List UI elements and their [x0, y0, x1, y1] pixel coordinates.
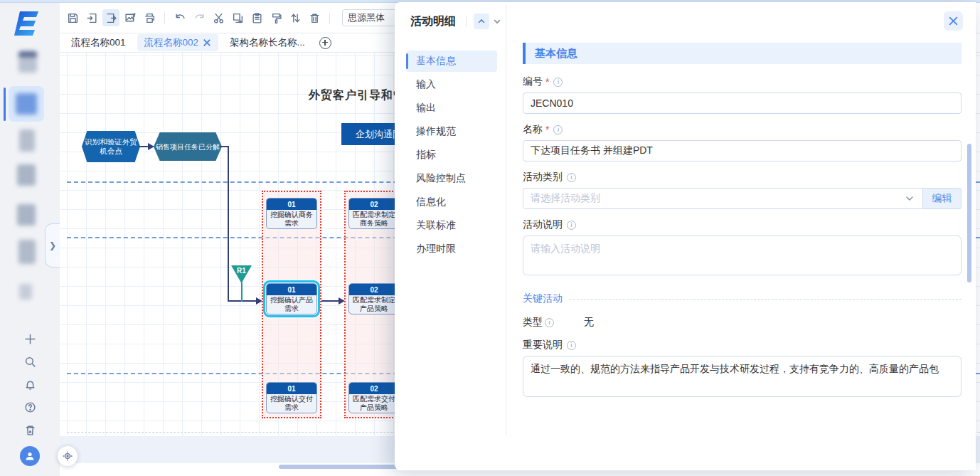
- number-label: 编号*i: [523, 75, 962, 88]
- required-asterisk: *: [545, 124, 549, 135]
- connector-line: [228, 300, 257, 302]
- activity-label: 匹配需求交付 产品策略: [349, 394, 399, 412]
- info-icon[interactable]: i: [545, 318, 554, 327]
- activity-box-02-delivery[interactable]: 02 匹配需求交付 产品策略: [348, 382, 400, 413]
- sidebar-item-2[interactable]: [19, 129, 35, 152]
- help-button[interactable]: [22, 399, 38, 415]
- nav-processing-time[interactable]: 办理时限: [406, 238, 497, 260]
- print-icon[interactable]: [141, 9, 158, 26]
- panel-form: 基本信息 编号*i 名称*i 活动类别i 请选择活动类别: [506, 41, 976, 470]
- next-activity-button[interactable]: [489, 14, 505, 29]
- activity-box-01-product-selected[interactable]: 01 挖掘确认产品 需求: [266, 283, 317, 314]
- import-file-icon[interactable]: [83, 9, 100, 26]
- info-icon[interactable]: i: [553, 125, 563, 134]
- export-image-icon[interactable]: [122, 9, 139, 26]
- activity-box-01-delivery[interactable]: 01 挖掘确认交付 需求: [266, 382, 317, 413]
- sidebar-item-5[interactable]: [18, 240, 36, 264]
- description-label: 活动说明i: [523, 218, 962, 231]
- key-activity-section: 关键活动: [523, 292, 962, 305]
- r1-connector-stem: [241, 282, 243, 302]
- notification-bell-button[interactable]: [22, 376, 38, 392]
- sidebar-item-6[interactable]: [19, 284, 32, 300]
- format-brush-icon[interactable]: [267, 9, 284, 26]
- panel-header: 活动明细: [395, 2, 976, 41]
- hexagon-milestone[interactable]: 销售项目任务已分解: [154, 132, 222, 161]
- nav-risk-control[interactable]: 风险控制点: [406, 168, 497, 189]
- search-button[interactable]: [22, 354, 38, 369]
- activity-label: 挖掘确认商务 需求: [267, 210, 316, 228]
- tab-process-001[interactable]: 流程名称001: [64, 34, 133, 51]
- category-placeholder: 请选择活动类别: [531, 192, 600, 205]
- nav-related-standards[interactable]: 关联标准: [406, 215, 497, 236]
- r1-risk-marker[interactable]: R1: [231, 265, 252, 283]
- activity-number: 02: [349, 199, 399, 210]
- category-edit-button[interactable]: 编辑: [923, 188, 962, 209]
- chevron-right-icon: ❯: [49, 240, 56, 250]
- panel-title: 活动明细: [410, 14, 456, 29]
- delete-icon[interactable]: [306, 9, 323, 26]
- activity-number: 01: [267, 199, 316, 210]
- info-icon[interactable]: i: [553, 78, 563, 87]
- type-row: 类型i 无: [523, 316, 962, 329]
- info-icon[interactable]: i: [567, 341, 576, 350]
- hexagon-start-event[interactable]: 识别和验证外贸 机会点: [82, 131, 140, 162]
- tab-architecture[interactable]: 架构名称长名称...: [223, 34, 312, 51]
- sidebar-item-3[interactable]: [17, 164, 36, 186]
- activity-number: 01: [267, 383, 316, 394]
- nav-input[interactable]: 输入: [406, 74, 497, 95]
- redo-icon[interactable]: [191, 9, 208, 26]
- app-root: ❯ 思源黑体 14: [0, 0, 980, 476]
- copy-icon[interactable]: [229, 9, 246, 26]
- add-button[interactable]: [22, 331, 38, 347]
- nav-output[interactable]: 输出: [406, 97, 497, 119]
- note-textarea[interactable]: 通过一致的、规范的方法来指导产品开发与技术研发过程，支持有竞争力的、高质量的产品…: [523, 356, 962, 397]
- type-label: 类型: [523, 316, 543, 329]
- panel-side-nav: 基本信息 输入 输出 操作规范 指标 风险控制点 信息化 关联标准 办理时限: [395, 41, 506, 470]
- connector-line: [321, 300, 340, 302]
- user-avatar[interactable]: [20, 446, 40, 466]
- category-label: 活动类别i: [523, 171, 962, 184]
- section-accent-bar: [523, 43, 526, 64]
- sidebar-item-4[interactable]: [17, 204, 36, 226]
- info-icon[interactable]: i: [567, 173, 576, 182]
- tab-process-002[interactable]: 流程名称002: [137, 34, 219, 51]
- export-file-icon[interactable]: [102, 9, 119, 26]
- font-family-value: 思源黑体: [348, 11, 385, 24]
- sidebar-item-active-icon: [16, 93, 37, 115]
- add-tab-button[interactable]: [319, 37, 331, 49]
- activity-box-01-business[interactable]: 01 挖掘确认商务 需求: [266, 198, 317, 229]
- activity-box-02-business[interactable]: 02 匹配需求制定 商务策略: [348, 198, 400, 229]
- connector-line: [228, 146, 229, 302]
- activity-detail-panel: 活动明细 基本信息 输入 输出 操作规范 指标 风险控制点 信息化 关联标准 办…: [395, 2, 976, 470]
- nav-basic-info[interactable]: 基本信息: [406, 51, 497, 72]
- label-text: 名称: [523, 123, 543, 136]
- close-panel-button[interactable]: [944, 11, 963, 31]
- save-icon[interactable]: [64, 9, 81, 26]
- nav-operation-spec[interactable]: 操作规范: [406, 121, 497, 142]
- swap-icon[interactable]: [287, 9, 304, 26]
- previous-activity-button[interactable]: [474, 14, 489, 29]
- undo-icon[interactable]: [171, 9, 188, 26]
- activity-number: 01: [267, 284, 316, 295]
- info-icon[interactable]: i: [567, 221, 576, 230]
- paste-icon[interactable]: [248, 9, 265, 26]
- number-input[interactable]: [523, 92, 962, 114]
- tab-label: 架构名称长名称...: [230, 36, 305, 49]
- description-textarea[interactable]: [523, 236, 962, 275]
- trash-button[interactable]: [22, 422, 38, 438]
- toolbar-separator: [329, 11, 330, 24]
- chevron-down-icon: [905, 194, 914, 203]
- sidebar-expand-handle[interactable]: ❯: [45, 223, 60, 268]
- panel-scrollbar-thumb[interactable]: [967, 144, 971, 282]
- nav-indicators[interactable]: 指标: [406, 144, 497, 166]
- name-input[interactable]: [523, 140, 962, 162]
- cut-icon[interactable]: [210, 9, 227, 26]
- locate-button[interactable]: [58, 446, 78, 466]
- label-text: 编号: [523, 75, 543, 88]
- category-select[interactable]: 请选择活动类别: [523, 188, 923, 209]
- sidebar-item-home[interactable]: [18, 51, 37, 73]
- close-tab-icon[interactable]: [203, 38, 211, 47]
- activity-box-02-product[interactable]: 02 匹配需求制定 产品策略: [348, 283, 400, 314]
- name-label: 名称*i: [523, 123, 962, 136]
- nav-informatization[interactable]: 信息化: [406, 191, 497, 213]
